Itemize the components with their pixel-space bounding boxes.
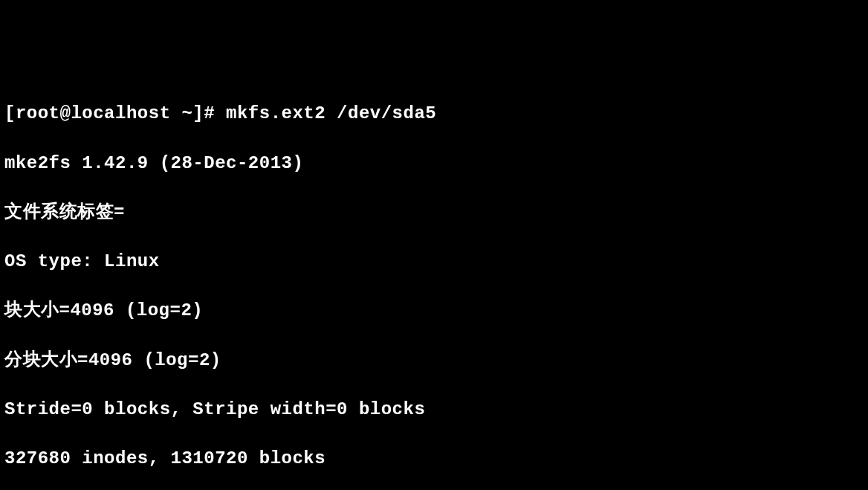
command-text: mkfs.ext2 /dev/sda5 [226, 103, 436, 123]
command-line[interactable]: [root@localhost ~]# mkfs.ext2 /dev/sda5 [4, 101, 864, 126]
output-block-size: 块大小=4096 (log=2) [4, 298, 864, 323]
output-stride: Stride=0 blocks, Stripe width=0 blocks [4, 397, 864, 422]
output-fragment-size: 分块大小=4096 (log=2) [4, 348, 864, 373]
output-version: mke2fs 1.42.9 (28-Dec-2013) [4, 151, 864, 175]
output-fs-label: 文件系统标签= [4, 200, 864, 225]
output-inodes-blocks: 327680 inodes, 1310720 blocks [4, 446, 864, 471]
output-os-type: OS type: Linux [4, 249, 864, 274]
shell-prompt: [root@localhost ~]# [4, 103, 226, 123]
